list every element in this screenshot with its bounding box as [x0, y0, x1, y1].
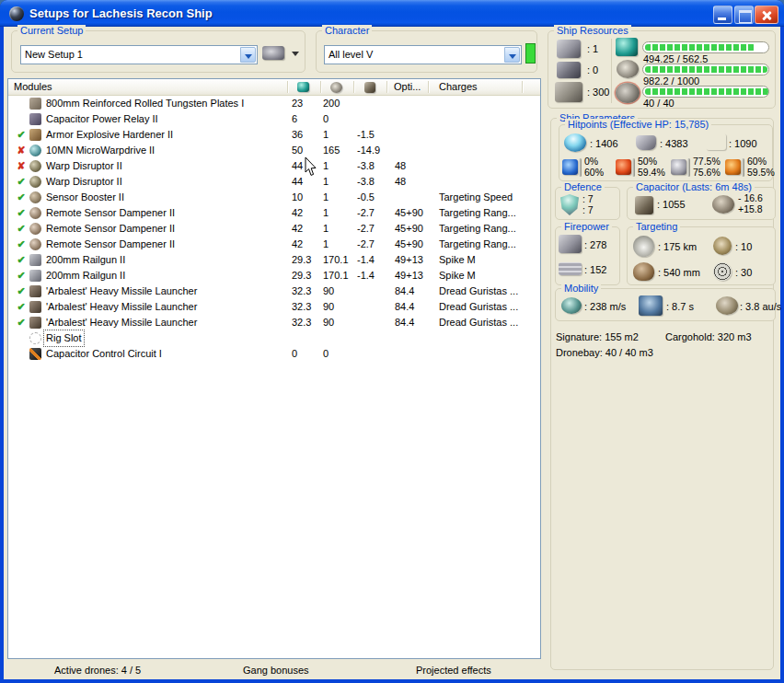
module-charge-value: Targeting Rang... [439, 221, 516, 237]
module-cpu-value: 32.3 [292, 315, 311, 330]
table-row[interactable]: ✔ 200mm Railgun II 29.3 170.1 -1.4 49+13… [8, 252, 540, 268]
module-active-check-icon: ✔ [15, 268, 28, 284]
module-name: Sensor Booster II [46, 190, 124, 205]
em-armor-resist: 60% [584, 167, 604, 178]
module-cpu-value: 23 [292, 96, 303, 111]
close-button[interactable] [755, 6, 778, 24]
module-offline-x-icon: ✘ [15, 143, 28, 158]
table-row[interactable]: ✔ Sensor Booster II 10 1 -0.5 Targeting … [8, 190, 540, 205]
launcher-icon [557, 62, 581, 78]
capacitor-icon [635, 196, 653, 214]
table-row[interactable]: ✔ 'Arbalest' Heavy Missile Launcher 32.3… [8, 284, 540, 299]
column-header-optimal[interactable]: Opti... [394, 81, 421, 92]
ship-resources-label: Ship Resources [554, 25, 631, 37]
table-row[interactable]: 800mm Reinforced Rolled Tungsten Plates … [8, 96, 540, 111]
module-name: Warp Disruptor II [46, 174, 122, 190]
maximize-button[interactable] [734, 6, 754, 24]
table-row[interactable]: ✔ Armor Explosive Hardener II 36 1 -1.5 [8, 127, 540, 143]
module-name: Warp Disruptor II [46, 158, 122, 174]
table-row[interactable]: ✘ 10MN MicroWarpdrive II 50 165 -14.9 [8, 143, 540, 158]
column-header-charges[interactable]: Charges [439, 81, 478, 92]
module-optimal-value: 49+13 [395, 268, 423, 284]
module-cap-value: -2.7 [357, 205, 375, 221]
module-powergrid-value: 0 [323, 111, 329, 127]
turret-firepower-value: : 278 [584, 239, 606, 250]
module-powergrid-value: 90 [323, 284, 334, 299]
module-name: Rig Slot [44, 330, 84, 346]
module-powergrid-value: 90 [323, 315, 334, 330]
capacitor-icon[interactable] [364, 82, 375, 93]
firepower-label: Firepower [561, 221, 612, 233]
module-active-check-icon: ✔ [15, 174, 28, 190]
column-header-modules[interactable]: Modules [14, 81, 52, 92]
armor-hp-value: : 4383 [660, 138, 688, 149]
module-offline-x-icon: ✘ [15, 158, 28, 174]
table-row[interactable]: ✔ 'Arbalest' Heavy Missile Launcher 32.3… [8, 315, 540, 330]
sensor-strength-icon [713, 262, 732, 281]
character-select[interactable]: All level V [324, 45, 522, 64]
sensor-dampener-icon [29, 223, 41, 235]
module-powergrid-value: 0 [323, 346, 329, 362]
table-row[interactable]: Capacitor Power Relay II 6 0 [8, 111, 540, 127]
module-cap-value: -2.7 [357, 237, 375, 252]
hull-hp-value: : 1090 [729, 138, 757, 149]
projected-effects-button[interactable]: Projected effects [416, 665, 491, 676]
ship-menu-button[interactable] [262, 44, 301, 64]
powergrid-icon[interactable] [330, 82, 342, 93]
modules-list[interactable]: Modules Opti... Charges 800mm Reinforced… [7, 78, 541, 659]
scan-resolution-value: : 540 mm [658, 267, 700, 278]
module-powergrid-value: 90 [323, 299, 334, 315]
table-row[interactable]: ✔ 200mm Railgun II 29.3 170.1 -1.4 49+13… [8, 268, 540, 284]
cpu-icon[interactable] [297, 82, 309, 92]
module-cap-value: -3.8 [357, 158, 375, 174]
table-row[interactable]: ✔ Remote Sensor Dampener II 42 1 -2.7 45… [8, 221, 540, 237]
table-row[interactable]: ✔ Warp Disruptor II 44 1 -3.8 48 [8, 174, 540, 190]
firepower-groupbox: Firepower : 278 : 152 [555, 226, 620, 285]
mouse-cursor [305, 157, 317, 177]
capacitor-recharge-value: +15.8 [738, 203, 763, 214]
module-charge-value: Dread Guristas ... [439, 284, 518, 299]
chevron-down-icon[interactable] [240, 47, 256, 63]
module-cpu-value: 42 [292, 221, 303, 237]
active-drones-button[interactable]: Active drones: 4 / 5 [54, 665, 141, 676]
defence-bottom-value: : 7 [582, 204, 594, 215]
table-row[interactable]: Capacitor Control Circuit I 0 0 [8, 346, 540, 362]
hitpoints-label: Hitpoints (Effective HP: 15,785) [565, 119, 711, 131]
agility-icon [639, 295, 663, 316]
speed-icon [561, 297, 582, 314]
module-cpu-value: 42 [292, 205, 303, 221]
table-row[interactable]: ✘ Warp Disruptor II 44 1 -3.8 48 [8, 158, 540, 174]
module-cap-value: -1.4 [357, 268, 375, 284]
module-cpu-value: 0 [292, 346, 297, 362]
warp-disruptor-icon [29, 176, 41, 188]
setup-select-value: New Setup 1 [25, 49, 83, 60]
turret-dps-icon [559, 235, 582, 253]
titlebar[interactable]: Setups for Lachesis Recon Ship [0, 0, 784, 27]
chevron-down-icon[interactable] [504, 47, 520, 63]
modules-list-body[interactable]: 800mm Reinforced Rolled Tungsten Plates … [8, 96, 540, 658]
table-row[interactable]: ✔ 'Arbalest' Heavy Missile Launcher 32.3… [8, 299, 540, 315]
app-icon [9, 6, 24, 21]
dropdown-caret-icon [292, 52, 299, 60]
gang-bonuses-button[interactable]: Gang bonuses [243, 665, 309, 676]
module-active-check-icon: ✔ [15, 221, 28, 237]
table-row[interactable]: Rig Slot [8, 330, 540, 346]
module-charge-value: Targeting Rang... [439, 237, 516, 252]
table-row[interactable]: ✔ Remote Sensor Dampener II 42 1 -2.7 45… [8, 205, 540, 221]
module-name: Remote Sensor Dampener II [46, 221, 175, 237]
character-groupbox: Character All level V [316, 30, 537, 73]
setup-select[interactable]: New Setup 1 [20, 45, 258, 64]
minimize-button[interactable] [713, 6, 732, 24]
module-name: Capacitor Power Relay II [46, 111, 158, 127]
cap-relay-icon [29, 113, 41, 125]
thermal-armor-resist: 59.4% [638, 167, 665, 178]
warp-speed-icon [716, 296, 738, 315]
table-row[interactable]: ✔ Remote Sensor Dampener II 42 1 -2.7 45… [8, 237, 540, 252]
missile-dps-icon [559, 262, 582, 275]
module-cpu-value: 6 [292, 111, 297, 127]
module-powergrid-value: 1 [323, 237, 329, 252]
signature-value: Signature: 155 m2 [556, 331, 639, 342]
module-active-check-icon: ✔ [15, 284, 28, 299]
modules-list-header[interactable]: Modules Opti... Charges [8, 79, 540, 96]
turret-slots-value: : 1 [587, 43, 598, 54]
